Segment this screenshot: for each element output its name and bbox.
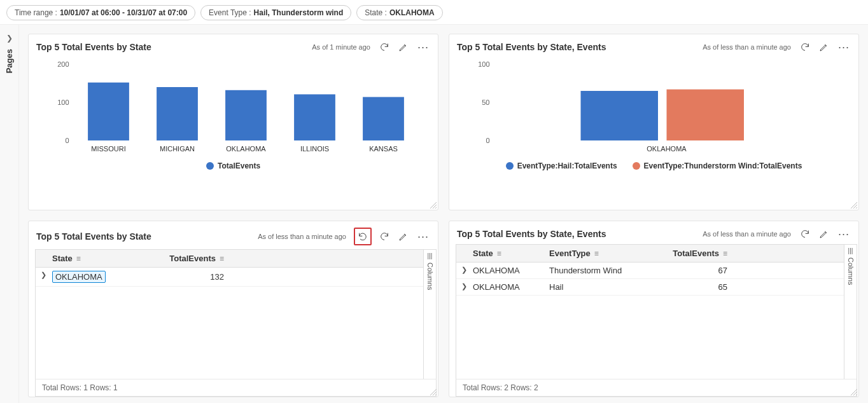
edit-icon[interactable] [818,228,830,240]
column-header-totalevents[interactable]: TotalEvents≡ [148,254,224,263]
legend-item[interactable]: EventType:Hail:TotalEvents [506,161,617,170]
refresh-icon[interactable] [378,41,391,53]
filter-label: State : [365,8,387,17]
legend-item[interactable]: EventType:Thunderstorm Wind:TotalEvents [633,161,802,170]
svg-text:200: 200 [57,61,69,68]
chart-top5-states[interactable]: 0100200MISSOURIMICHIGANOKLAHOMAILLINOISK… [38,61,429,156]
columns-icon: ||| [848,249,853,254]
column-menu-icon[interactable]: ≡ [594,249,599,258]
cell-totalevents: 132 [148,271,224,283]
panel-more-menu[interactable]: ··· [837,44,851,50]
svg-rect-7 [225,90,267,140]
edit-icon[interactable] [818,41,830,53]
table-header: State≡ EventType≡ TotalEvents≡ [456,245,844,263]
column-header-totalevents[interactable]: TotalEvents≡ [664,249,727,258]
column-header-state[interactable]: State≡ [473,249,549,258]
svg-text:50: 50 [482,99,489,106]
column-header-state[interactable]: State≡ [52,254,148,263]
svg-text:0: 0 [65,137,69,144]
filter-pill-time-range[interactable]: Time range : 10/01/07 at 06:00 - 10/31/0… [6,5,195,20]
expand-side-rail-chevron-icon[interactable]: ❯ [6,34,13,43]
pages-label[interactable]: Pages [4,49,14,73]
panel-timestamp: As of 1 minute ago [312,43,370,51]
cell-totalevents: 67 [664,266,727,275]
svg-rect-5 [157,87,198,140]
edit-icon[interactable] [397,41,410,53]
filter-label: Time range : [15,8,57,17]
panel-more-menu[interactable]: ··· [837,231,851,237]
filter-value: OKLAHOMA [389,8,435,17]
refresh-icon[interactable] [799,228,811,240]
cell-state: OKLAHOMA [473,282,549,292]
columns-panel-toggle[interactable]: ||| Columns [423,250,436,379]
refresh-icon[interactable] [378,230,391,243]
edit-icon[interactable] [397,230,410,243]
expand-row-chevron-icon[interactable]: ❯ [461,266,473,275]
side-rail: ❯ Pages [0,25,19,403]
columns-panel-toggle[interactable]: ||| Columns [844,245,857,379]
svg-rect-3 [88,83,129,140]
table-row[interactable]: ❯ OKLAHOMA Thunderstorm Wind 67 [456,263,844,279]
panel-top5-states-table: Top 5 Total Events by State As of less t… [28,221,438,397]
panel-title: Top 5 Total Events by State [36,231,151,242]
cell-totalevents: 65 [664,282,727,292]
table-row[interactable]: ❯ OKLAHOMA Hail 65 [456,279,844,296]
filter-pill-state[interactable]: State : OKLAHOMA [356,5,442,20]
columns-icon: ||| [428,254,433,259]
panel-top5-states-chart: Top 5 Total Events by State As of 1 minu… [28,34,438,210]
panel-timestamp: As of less than a minute ago [258,233,346,240]
svg-rect-11 [363,97,404,140]
cell-state: OKLAHOMA [473,266,549,275]
column-header-eventtype[interactable]: EventType≡ [549,249,664,258]
panel-timestamp: As of less than a minute ago [703,43,791,51]
cell-eventtype: Thunderstorm Wind [549,266,664,275]
column-menu-icon[interactable]: ≡ [76,254,81,263]
svg-text:100: 100 [57,99,69,106]
legend-item[interactable]: TotalEvents [206,161,260,170]
column-menu-icon[interactable]: ≡ [220,254,224,263]
panel-more-menu[interactable]: ··· [416,233,430,240]
filter-label: Event Type : [209,8,251,17]
expand-row-chevron-icon[interactable]: ❯ [461,282,473,292]
filter-pill-event-type[interactable]: Event Type : Hail, Thunderstorm wind [200,5,351,20]
table-footer: Total Rows: 2 Rows: 2 [456,379,857,397]
svg-text:MISSOURI: MISSOURI [91,145,125,153]
panel-top5-states-events-chart: Top 5 Total Events by State, Events As o… [449,34,859,210]
filter-value: Hail, Thunderstorm wind [254,8,344,17]
filter-bar: Time range : 10/01/07 at 06:00 - 10/31/0… [0,0,868,25]
svg-text:0: 0 [486,137,489,144]
panel-top5-states-events-table: Top 5 Total Events by State, Events As o… [449,221,859,397]
svg-text:ILLINOIS: ILLINOIS [300,145,329,153]
cell-state[interactable]: OKLAHOMA [52,271,106,283]
table-header: State≡ TotalEvents≡ [36,250,423,268]
svg-rect-16 [581,91,659,140]
table-row[interactable]: ❯ OKLAHOMA 132 [36,268,423,287]
table-footer: Total Rows: 1 Rows: 1 [35,379,437,397]
panel-title: Top 5 Total Events by State [36,42,151,52]
svg-text:KANSAS: KANSAS [369,145,398,153]
refresh-icon[interactable] [799,41,811,53]
reset-icon[interactable] [354,228,372,245]
svg-rect-9 [294,94,335,140]
svg-text:OKLAHOMA: OKLAHOMA [647,145,687,153]
chart-top5-states-events[interactable]: 050100OKLAHOMA [458,61,850,156]
panel-more-menu[interactable]: ··· [416,44,430,50]
svg-text:OKLAHOMA: OKLAHOMA [226,145,266,153]
panel-timestamp: As of less than a minute ago [703,230,791,238]
svg-rect-17 [667,90,745,140]
svg-text:100: 100 [478,61,489,68]
cell-eventtype: Hail [549,282,664,292]
svg-text:MICHIGAN: MICHIGAN [160,145,195,153]
column-menu-icon[interactable]: ≡ [497,249,501,258]
filter-value: 10/01/07 at 06:00 - 10/31/07 at 07:00 [60,8,187,17]
panel-title: Top 5 Total Events by State, Events [457,42,606,52]
expand-row-chevron-icon[interactable]: ❯ [41,271,52,283]
panel-title: Top 5 Total Events by State, Events [457,229,606,239]
column-menu-icon[interactable]: ≡ [723,249,727,258]
